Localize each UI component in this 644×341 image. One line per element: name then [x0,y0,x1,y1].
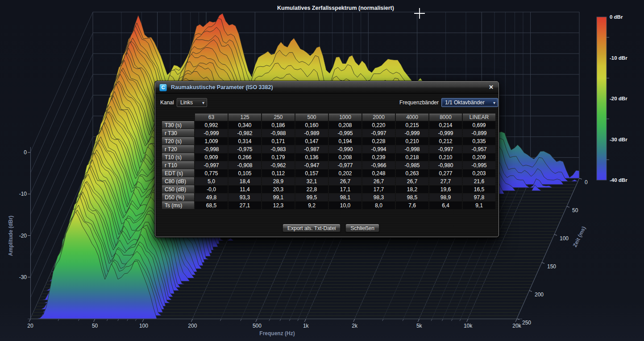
param-cell: 98,9 [429,193,462,201]
channel-select[interactable]: Links ▾ [177,98,207,107]
param-cell: 98,1 [329,193,361,201]
param-cell: 0,214 [429,121,462,129]
table-row: D50 (%)49,893,399,199,598,198,398,598,99… [162,193,495,201]
param-cell: -0,998 [396,145,428,153]
close-icon[interactable]: ✕ [488,84,494,90]
table-corner [162,114,194,121]
x-tick-label: 1k [303,323,309,329]
bands-label: Frequenzbänder [398,98,439,107]
column-header: 500 [295,114,328,121]
param-cell: 8,0 [362,201,395,209]
x-tick-label: 20 [27,323,33,329]
x-tick-label: 5k [416,323,423,329]
param-cell: 12,3 [262,201,295,209]
param-cell: 16,5 [463,185,495,193]
param-cell: 9,2 [295,201,328,209]
param-cell: 0,171 [262,137,295,145]
x-tick-label: 200 [188,323,197,329]
close-button[interactable]: Schließen [345,224,379,232]
param-cell: -0,997 [429,145,462,153]
colorbar-label: 0 dBr [610,14,623,20]
channel-select-value: Links [180,99,193,106]
table-row: r T10-0,997-0,908-0,962-0,947-0,977-0,96… [162,161,495,169]
param-cell: -0,999 [429,129,462,137]
carma-app-icon: C [159,84,167,91]
row-label: C80 (dB) [162,177,194,185]
column-header: 63 [195,114,228,121]
param-cell: 10,0 [329,201,361,209]
column-header: 125 [229,114,261,121]
param-cell: 0,203 [463,169,495,177]
z-tick-label: 250 [522,320,531,326]
param-cell: -0,985 [396,161,428,169]
param-cell: 0,314 [229,137,261,145]
room-acoustics-dialog: C Raumakustische Parameter (ISO 3382) ✕ … [155,81,499,237]
param-cell: -0,999 [396,129,428,137]
param-cell: 6,4 [429,201,462,209]
y-tick-label: -10 [19,191,27,197]
param-cell: -0,977 [329,161,361,169]
param-cell: 26,7 [396,177,428,185]
export-txt-button[interactable]: Export als. Txt-Datei [283,224,341,232]
x-tick-label: 2k [352,323,358,329]
param-cell: 0,215 [396,121,428,129]
param-cell: 0,277 [429,169,462,177]
table-row: EDT (s)0,7750,1050,1120,1570,2020,2480,2… [162,169,495,177]
param-cell: 98,3 [362,193,395,201]
row-label: r T10 [162,161,194,169]
param-cell: 28,9 [262,177,295,185]
bands-select[interactable]: 1/1 Oktavbänder ▾ [441,98,498,107]
table-row: T20 (s)1,0090,3140,1710,1470,1940,2280,2… [162,137,495,145]
chevron-down-icon: ▾ [493,100,495,105]
x-tick-label: 500 [253,323,262,329]
param-cell: 0,218 [396,153,428,161]
row-label: r T20 [162,145,194,153]
crosshair-cursor [414,8,425,19]
param-cell: 0,775 [195,169,228,177]
param-cell: 0,909 [195,153,228,161]
param-cell: -0,995 [329,129,361,137]
param-cell: 0,208 [329,153,361,161]
param-cell: 68,5 [195,201,228,209]
table-row: r T30-0,999-0,982-0,988-0,989-0,995-0,99… [162,129,495,137]
row-label: T10 (s) [162,153,194,161]
y-tick-label: -30 [19,274,27,280]
param-cell: -0,987 [295,145,328,153]
param-cell: 32,1 [295,177,328,185]
colorbar-label: -40 dBr [610,177,627,183]
param-cell: 22,8 [295,185,328,193]
param-cell: 18,2 [396,185,428,193]
param-cell: 0,179 [262,153,295,161]
param-cell: 5,0 [195,177,228,185]
colorbar-label: -20 dBr [610,96,627,101]
dialog-title: Raumakustische Parameter (ISO 3382) [171,84,273,90]
param-cell: 99,1 [262,193,295,201]
param-cell: 0,220 [362,121,395,129]
param-cell: 0,105 [229,169,261,177]
param-cell: -0,989 [295,129,328,137]
dialog-titlebar[interactable]: C Raumakustische Parameter (ISO 3382) ✕ [155,82,499,94]
param-cell: -0,957 [463,145,495,153]
app-window: 20501002005001k2k5k10k20k0-10-20-3005010… [0,0,644,341]
param-cell: 11,4 [229,185,261,193]
param-cell: -0,962 [262,161,295,169]
param-cell: 0,157 [295,169,328,177]
param-cell: 27,7 [429,177,462,185]
x-tick-label: 100 [139,323,148,329]
param-cell: 0,209 [463,153,495,161]
column-header: 1000 [329,114,361,121]
column-header: 8000 [429,114,462,121]
param-cell: 99,5 [295,193,328,201]
param-cell: 27,1 [229,201,261,209]
param-cell: 0,699 [463,121,495,129]
colorbar-label: -30 dBr [610,137,627,142]
colorbar: 0 dBr-10 dBr-20 dBr-30 dBr-40 dBr [597,14,627,183]
row-label: T20 (s) [162,137,194,145]
z-tick-label: 100 [560,235,569,242]
param-cell: -0,990 [329,145,361,153]
param-cell: 0,992 [195,121,228,129]
param-cell: 93,3 [229,193,261,201]
param-cell: 0,263 [396,169,428,177]
param-cell: -0,994 [362,145,395,153]
param-cell: 0,186 [262,121,295,129]
